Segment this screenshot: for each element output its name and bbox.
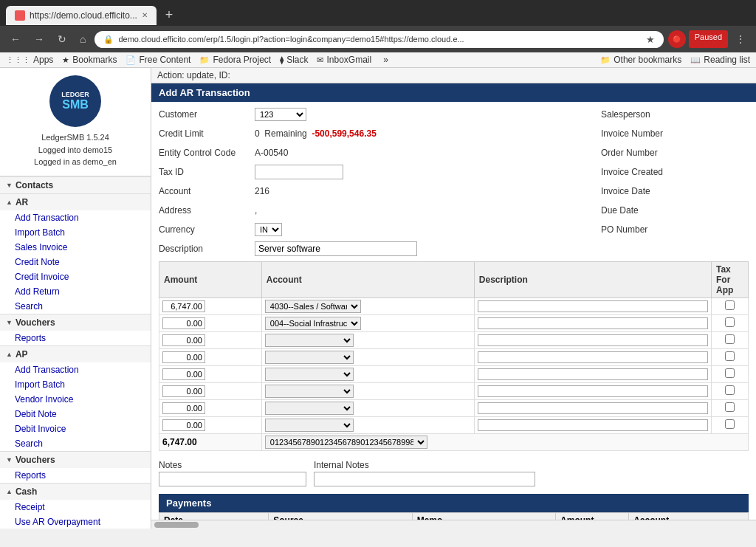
address-label: Address (159, 205, 255, 216)
bookmark-slack[interactable]: ⧫ Slack (280, 55, 308, 65)
table-row (159, 349, 749, 366)
sidebar-logo: LEDGER SMB LedgerSMB 1.5.24 Logged into … (0, 68, 151, 176)
sidebar-item-credit-note[interactable]: Credit Note (0, 255, 151, 269)
tax-id-input[interactable] (255, 165, 343, 179)
desc-input-4[interactable] (478, 351, 708, 363)
desc-input-2[interactable] (478, 317, 708, 329)
amount-input-8[interactable] (162, 419, 205, 431)
sidebar-item-ap-import-batch[interactable]: Import Batch (0, 377, 151, 392)
internal-notes-input[interactable] (314, 472, 535, 486)
col-tax-for-app: Tax For App (712, 262, 749, 298)
bookmark-more[interactable]: » (383, 55, 388, 65)
h-scroll-thumb[interactable] (154, 522, 199, 528)
sidebar-item-ap-search[interactable]: Search (0, 436, 151, 451)
reload-button[interactable]: ↻ (53, 32, 71, 47)
sidebar-item-import-batch[interactable]: Import Batch (0, 225, 151, 240)
bookmark-other[interactable]: 📁 Other bookmarks (600, 55, 681, 65)
account-select-3[interactable] (265, 334, 354, 347)
active-tab[interactable]: https://demo.cloud.efficito... ✕ (6, 6, 157, 25)
account-select-6[interactable] (265, 385, 354, 398)
description-input[interactable] (255, 241, 417, 256)
credit-limit-label: Credit Limit (159, 128, 255, 139)
tax-checkbox-4[interactable] (725, 351, 735, 361)
contacts-label: Contacts (16, 180, 53, 190)
forward-button[interactable]: → (30, 32, 49, 47)
sidebar-group-vouchers-ar[interactable]: ▼ Vouchers (0, 314, 151, 331)
bookmark-free-content[interactable]: 📄 Free Content (126, 55, 190, 65)
tax-checkbox-1[interactable] (725, 300, 735, 310)
sidebar: LEDGER SMB LedgerSMB 1.5.24 Logged into … (0, 68, 151, 529)
sidebar-group-ar[interactable]: ▲ AR (0, 193, 151, 210)
sidebar-group-vouchers-ap[interactable]: ▼ Vouchers (0, 451, 151, 468)
amount-input-2[interactable] (162, 317, 205, 329)
bookmark-bookmarks[interactable]: ★ Bookmarks (62, 55, 117, 65)
payments-col-date: Date (159, 513, 269, 520)
po-number-row: PO Number (601, 221, 749, 238)
amount-input-5[interactable] (162, 368, 205, 380)
account-select-2[interactable]: 004--Social Infrastructure (265, 317, 361, 330)
desc-input-7[interactable] (478, 402, 708, 414)
amount-input-3[interactable] (162, 334, 205, 346)
tax-checkbox-2[interactable] (725, 317, 735, 327)
amount-input-1[interactable] (162, 300, 205, 312)
sidebar-item-credit-invoice[interactable]: Credit Invoice (0, 269, 151, 284)
account-select-1[interactable]: 4030--Sales / Software (265, 300, 361, 313)
sidebar-item-add-return[interactable]: Add Return (0, 284, 151, 299)
sidebar-item-vendor-invoice[interactable]: Vendor Invoice (0, 392, 151, 407)
sidebar-item-ap-reports[interactable]: Reports (0, 468, 151, 483)
new-tab-button[interactable]: + (159, 4, 179, 26)
sidebar-item-ar-reports[interactable]: Reports (0, 331, 151, 345)
amount-input-6[interactable] (162, 385, 205, 397)
amount-input-7[interactable] (162, 402, 205, 414)
payments-col-memo: Memo (412, 513, 555, 520)
paused-badge: Paused (689, 30, 728, 48)
logo-smb-text: SMB (61, 98, 89, 111)
bookmark-fedora[interactable]: 📁 Fedora Project (199, 55, 271, 65)
address-bar[interactable]: 🔒 demo.cloud.efficito.com/erp/1.5/login.… (94, 31, 663, 48)
account-select-7[interactable] (265, 402, 354, 415)
total-account-select[interactable]: 01234567890123456789012345678998--Chotu (265, 436, 427, 449)
menu-button[interactable]: ⋮ (731, 30, 750, 48)
sidebar-group-cash[interactable]: ▲ Cash (0, 483, 151, 500)
bookmark-apps[interactable]: ⋮⋮⋮ Apps (6, 55, 53, 65)
back-button[interactable]: ← (6, 32, 25, 47)
desc-input-5[interactable] (478, 368, 708, 380)
sidebar-item-debit-note[interactable]: Debit Note (0, 407, 151, 422)
notes-input[interactable] (159, 472, 306, 486)
bookmark-reading-list[interactable]: 📖 Reading list (690, 55, 750, 65)
account-select-4[interactable] (265, 351, 354, 364)
sidebar-group-contacts[interactable]: ▼ Contacts (0, 176, 151, 193)
sidebar-item-use-ar-overpayment[interactable]: Use AR Overpayment (0, 515, 151, 529)
address-value: , (255, 205, 257, 216)
sidebar-item-debit-invoice[interactable]: Debit Invoice (0, 422, 151, 436)
tax-checkbox-5[interactable] (725, 368, 735, 378)
account-select-8[interactable] (265, 419, 354, 432)
home-button[interactable]: ⌂ (75, 32, 90, 47)
profile-icon[interactable]: 🔴 (668, 30, 686, 48)
sidebar-item-ap-add-transaction[interactable]: Add Transaction (0, 362, 151, 377)
tab-close-btn[interactable]: ✕ (142, 11, 148, 19)
account-select-5[interactable] (265, 368, 354, 381)
tax-checkbox-8[interactable] (725, 419, 735, 429)
tax-checkbox-7[interactable] (725, 402, 735, 412)
tax-checkbox-6[interactable] (725, 385, 735, 395)
sidebar-item-receipt[interactable]: Receipt (0, 500, 151, 515)
tax-checkbox-3[interactable] (725, 334, 735, 344)
total-amount: 6,747.00 (159, 434, 262, 451)
currency-select[interactable]: IN (255, 223, 282, 236)
customer-select[interactable]: 123 (255, 108, 306, 121)
amount-input-4[interactable] (162, 351, 205, 363)
sidebar-item-add-transaction[interactable]: Add Transaction (0, 210, 151, 225)
sidebar-item-ar-search[interactable]: Search (0, 299, 151, 314)
desc-input-8[interactable] (478, 419, 708, 431)
contacts-triangle: ▼ (6, 182, 13, 189)
sidebar-group-ap[interactable]: ▲ AP (0, 345, 151, 362)
invoice-created-label: Invoice Created (601, 167, 697, 177)
desc-input-3[interactable] (478, 334, 708, 346)
payments-col-source: Source (269, 513, 412, 520)
horizontal-scrollbar[interactable] (151, 520, 756, 529)
sidebar-item-sales-invoice[interactable]: Sales Invoice (0, 240, 151, 255)
desc-input-6[interactable] (478, 385, 708, 397)
desc-input-1[interactable] (478, 300, 708, 312)
bookmark-inbox-gmail[interactable]: ✉ InboxGmail (317, 55, 371, 65)
